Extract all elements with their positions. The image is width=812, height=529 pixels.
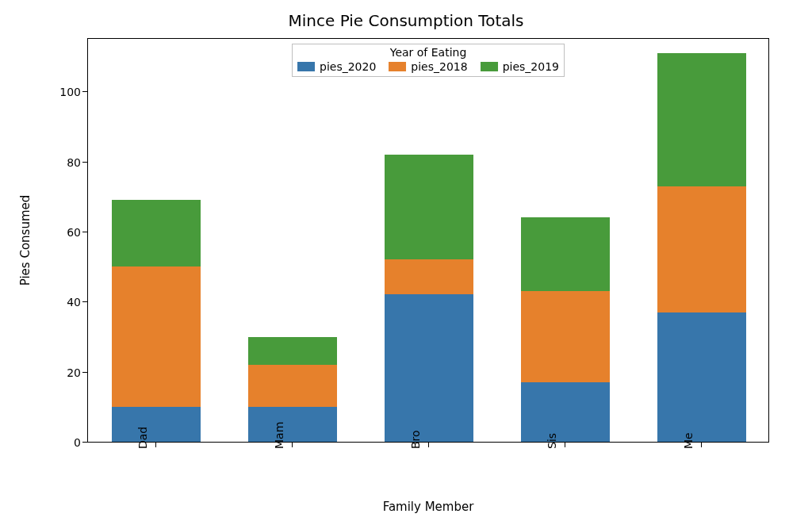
- bar-me: [657, 37, 746, 442]
- legend-swatch-green: [481, 62, 498, 71]
- bar-dad: [112, 37, 201, 442]
- y-tick-label: 20: [41, 366, 81, 379]
- bar-segment-pies_2020: [521, 382, 610, 442]
- y-tick-label: 60: [41, 226, 81, 239]
- y-tick-label: 40: [41, 296, 81, 309]
- x-tick-mark: [155, 443, 156, 447]
- bar-segment-pies_2019: [248, 337, 337, 365]
- chart-title: Mince Pie Consumption Totals: [0, 11, 812, 30]
- bar-segment-pies_2018: [112, 266, 201, 407]
- bar-segment-pies_2018: [657, 186, 746, 312]
- bar-segment-pies_2020: [248, 407, 337, 442]
- chart-container: Mince Pie Consumption Totals Pies Consum…: [0, 0, 812, 529]
- x-tick-mark: [292, 443, 293, 447]
- y-axis: 020406080100: [0, 38, 87, 443]
- bar-segment-pies_2018: [385, 259, 473, 294]
- bar-segment-pies_2018: [521, 291, 610, 382]
- bar-bro: [385, 37, 473, 442]
- bar-segment-pies_2019: [657, 53, 746, 186]
- bar-sis: [521, 37, 610, 442]
- x-tick-label: Sis: [546, 433, 558, 449]
- bar-segment-pies_2019: [112, 200, 201, 266]
- y-tick-label: 80: [41, 156, 81, 169]
- x-tick-mark: [428, 443, 429, 447]
- bar-segment-pies_2020: [385, 294, 473, 442]
- bar-segment-pies_2019: [385, 155, 473, 260]
- x-tick-mark: [701, 443, 702, 447]
- y-tick-label: 0: [41, 436, 81, 449]
- bar-segment-pies_2020: [657, 312, 746, 442]
- bar-mam: [248, 37, 337, 442]
- x-tick-label: Dad: [136, 427, 149, 449]
- bar-segment-pies_2020: [112, 407, 201, 442]
- bar-segment-pies_2019: [521, 217, 610, 291]
- bar-segment-pies_2018: [248, 365, 337, 407]
- x-axis-label: Family Member: [87, 500, 769, 514]
- y-tick-label: 100: [41, 86, 81, 98]
- plot-area: Year of Eating pies_2020 pies_2018 pies_…: [87, 38, 769, 443]
- x-tick-label: Bro: [409, 430, 422, 449]
- x-tick-label: Me: [682, 432, 695, 449]
- x-tick-label: Mam: [273, 422, 285, 449]
- x-tick-mark: [565, 443, 565, 447]
